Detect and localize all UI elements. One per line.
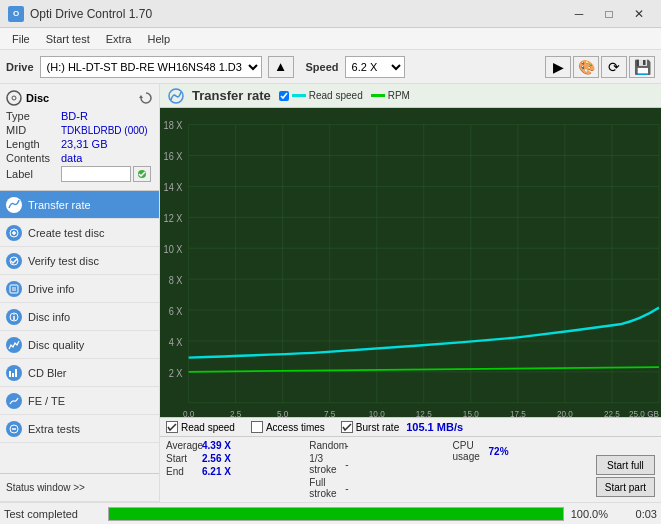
- burst-rate-check-item: Burst rate 105.1 MB/s: [341, 421, 463, 433]
- chart-area: 18 X 16 X 14 X 12 X 10 X 8 X 6 X 4 X 2 X: [160, 108, 661, 417]
- statusbar: Test completed 100.0% 0:03: [0, 502, 661, 524]
- color-toolbar-btn[interactable]: 🎨: [573, 56, 599, 78]
- access-times-check-label: Access times: [266, 422, 325, 433]
- nav-verify-test-disc[interactable]: Verify test disc: [0, 247, 159, 275]
- transfer-rate-chart-icon: [168, 88, 184, 104]
- full-stroke-label: Full stroke: [309, 477, 341, 499]
- nav-create-disc-label: Create test disc: [28, 227, 104, 239]
- menu-start-test[interactable]: Start test: [38, 31, 98, 47]
- nav-transfer-rate[interactable]: Transfer rate: [0, 191, 159, 219]
- chart-title: Transfer rate: [192, 88, 271, 103]
- disc-length-row: Length 23,31 GB: [6, 138, 153, 150]
- status-window-label: Status window >>: [6, 482, 85, 493]
- nav-disc-quality[interactable]: Disc quality: [0, 331, 159, 359]
- stat-start-row: Start 2.56 X: [166, 453, 309, 464]
- save-toolbar-btn[interactable]: 💾: [629, 56, 655, 78]
- eject-button[interactable]: ▲: [268, 56, 294, 78]
- end-label: End: [166, 466, 198, 477]
- read-speed-check-item: Read speed: [166, 421, 235, 433]
- nav-create-test-disc[interactable]: Create test disc: [0, 219, 159, 247]
- disc-info-icon: [6, 309, 22, 325]
- svg-text:25.0 GB: 25.0 GB: [629, 408, 659, 417]
- svg-text:10.0: 10.0: [369, 408, 385, 417]
- time-display: 0:03: [612, 508, 657, 520]
- label-ok-button[interactable]: [133, 166, 151, 182]
- action-buttons: Start full Start part: [596, 440, 655, 499]
- svg-text:8 X: 8 X: [169, 274, 183, 286]
- stat-random-row: Random -: [309, 440, 452, 451]
- status-section: Status window >>: [0, 473, 159, 502]
- stat-stroke1-row: 1/3 stroke -: [309, 453, 452, 475]
- disc-icon: [6, 90, 22, 106]
- svg-text:16 X: 16 X: [164, 151, 183, 163]
- chart-info-bar: Read speed Access times Burst rate 105.1…: [160, 417, 661, 436]
- legend-rpm-label: RPM: [388, 90, 410, 101]
- sidebar: Disc Type BD-R MID TDKBLDRBD (000) Lengt…: [0, 84, 160, 502]
- disc-refresh-icon[interactable]: [139, 91, 153, 105]
- end-value: 6.21 X: [202, 466, 238, 477]
- nav-extra-tests[interactable]: Extra tests: [0, 415, 159, 443]
- svg-text:14 X: 14 X: [164, 182, 183, 194]
- label-input[interactable]: [61, 166, 131, 182]
- disc-panel: Disc Type BD-R MID TDKBLDRBD (000) Lengt…: [0, 84, 159, 191]
- refresh-toolbar-btn[interactable]: ⟳: [601, 56, 627, 78]
- titlebar-title: Opti Drive Control 1.70: [30, 7, 152, 21]
- svg-marker-2: [139, 95, 143, 98]
- app-icon: O: [8, 6, 24, 22]
- svg-text:17.5: 17.5: [510, 408, 526, 417]
- cpu-label: CPU usage: [453, 440, 485, 462]
- start-full-button[interactable]: Start full: [596, 455, 655, 475]
- access-times-check-item: Access times: [251, 421, 325, 433]
- svg-text:10 X: 10 X: [164, 243, 183, 255]
- stat-group-mid: Random - 1/3 stroke - Full stroke -: [309, 440, 452, 499]
- checkmark-icon: [137, 169, 147, 179]
- titlebar: O Opti Drive Control 1.70 ─ □ ✕: [0, 0, 661, 28]
- svg-point-0: [7, 91, 21, 105]
- svg-text:2 X: 2 X: [169, 367, 183, 379]
- start-label: Start: [166, 453, 198, 464]
- random-label: Random: [309, 440, 341, 451]
- menu-extra[interactable]: Extra: [98, 31, 140, 47]
- drive-select[interactable]: (H:) HL-DT-ST BD-RE WH16NS48 1.D3: [40, 56, 262, 78]
- nav-status-window[interactable]: Status window >>: [0, 474, 159, 502]
- read-speed-color: [292, 94, 306, 97]
- contents-value: data: [61, 152, 82, 164]
- svg-text:5.0: 5.0: [277, 408, 288, 417]
- svg-rect-8: [10, 285, 18, 293]
- status-text: Test completed: [4, 508, 104, 520]
- nav-fe-te[interactable]: FE / TE: [0, 387, 159, 415]
- nav-disc-info[interactable]: Disc info: [0, 303, 159, 331]
- titlebar-controls[interactable]: ─ □ ✕: [565, 4, 653, 24]
- svg-text:2.5: 2.5: [230, 408, 241, 417]
- titlebar-left: O Opti Drive Control 1.70: [8, 6, 152, 22]
- stroke1-label: 1/3 stroke: [309, 453, 341, 475]
- legend-read-speed-check[interactable]: [279, 91, 289, 101]
- chart-svg: 18 X 16 X 14 X 12 X 10 X 8 X 6 X 4 X 2 X: [160, 108, 661, 417]
- speed-select[interactable]: 6.2 X: [345, 56, 405, 78]
- nav-cd-bler[interactable]: CD Bler: [0, 359, 159, 387]
- maximize-button[interactable]: □: [595, 4, 623, 24]
- nav-disc-info-label: Disc info: [28, 311, 70, 323]
- minimize-button[interactable]: ─: [565, 4, 593, 24]
- burst-rate-checkbox[interactable]: [341, 421, 353, 433]
- svg-text:20.0: 20.0: [557, 408, 573, 417]
- close-button[interactable]: ✕: [625, 4, 653, 24]
- menu-help[interactable]: Help: [139, 31, 178, 47]
- start-toolbar-btn[interactable]: ▶: [545, 56, 571, 78]
- read-speed-checkbox[interactable]: [166, 421, 178, 433]
- svg-point-1: [12, 96, 16, 100]
- menu-file[interactable]: File: [4, 31, 38, 47]
- length-value: 23,31 GB: [61, 138, 107, 150]
- legend-read-speed: Read speed: [279, 90, 363, 101]
- disc-label-row: Label: [6, 166, 153, 182]
- content-area: Transfer rate Read speed RPM 18 X 16 X 1…: [160, 84, 661, 502]
- start-part-button[interactable]: Start part: [596, 477, 655, 497]
- type-value: BD-R: [61, 110, 88, 122]
- nav-extra-tests-label: Extra tests: [28, 423, 80, 435]
- drive-info-icon: [6, 281, 22, 297]
- svg-text:12 X: 12 X: [164, 212, 183, 224]
- average-value: 4.39 X: [202, 440, 238, 451]
- nav-fe-te-label: FE / TE: [28, 395, 65, 407]
- access-times-checkbox[interactable]: [251, 421, 263, 433]
- nav-drive-info[interactable]: Drive info: [0, 275, 159, 303]
